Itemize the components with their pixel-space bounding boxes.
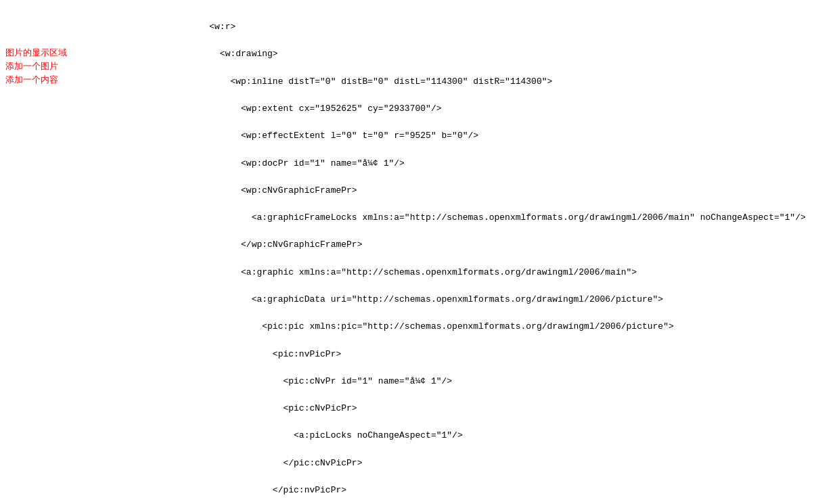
code-line-13: <pic:nvPicPr> xyxy=(167,349,341,359)
code-line-16: <a:picLocks noChangeAspect="1"/> xyxy=(167,430,463,440)
code-line-7: <wp:cNvGraphicFramePr> xyxy=(167,185,357,196)
annotation-add-image: 添加一个图片 xyxy=(5,60,58,73)
page-container: 图片的显示区域 添加一个图片 添加一个内容 <w:r> <w:drawing> … xyxy=(0,0,814,504)
code-line-15: <pic:cNvPicPr> xyxy=(167,403,357,413)
code-line-17: </pic:cNvPicPr> xyxy=(167,458,363,468)
code-line-10: <a:graphic xmlns:a="http://schemas.openx… xyxy=(167,267,637,277)
code-line-14: <pic:cNvPr id="1" name="å¼¢ 1"/> xyxy=(167,376,452,386)
code-line-12: <pic:pic xmlns:pic="http://schemas.openx… xyxy=(167,321,674,331)
code-line-6: <wp:docPr id="1" name="å¼¢ 1"/> xyxy=(167,158,405,168)
annotation-display-area: 图片的显示区域 xyxy=(5,46,67,60)
code-line-2: <w:drawing> xyxy=(167,49,278,59)
code-line-8: <a:graphicFrameLocks xmlns:a="http://sch… xyxy=(167,212,806,223)
code-line-1: <w:r> xyxy=(167,22,235,32)
code-line-4: <wp:extent cx="1952625" cy="2933700"/> xyxy=(167,104,442,114)
code-area: 图片的显示区域 添加一个图片 添加一个内容 <w:r> <w:drawing> … xyxy=(0,7,814,504)
code-line-18: </pic:nvPicPr> xyxy=(167,485,346,495)
code-line-5: <wp:effectExtent l="0" t="0" r="9525" b=… xyxy=(167,131,478,141)
code-line-11: <a:graphicData uri="http://schemas.openx… xyxy=(167,294,663,304)
annotation-add-content: 添加一个内容 xyxy=(5,73,58,87)
code-block: <w:r> <w:drawing> <wp:inline distT="0" d… xyxy=(135,7,800,504)
code-line-3: <wp:inline distT="0" distB="0" distL="11… xyxy=(167,76,553,87)
code-line-9: </wp:cNvGraphicFramePr> xyxy=(167,239,363,250)
